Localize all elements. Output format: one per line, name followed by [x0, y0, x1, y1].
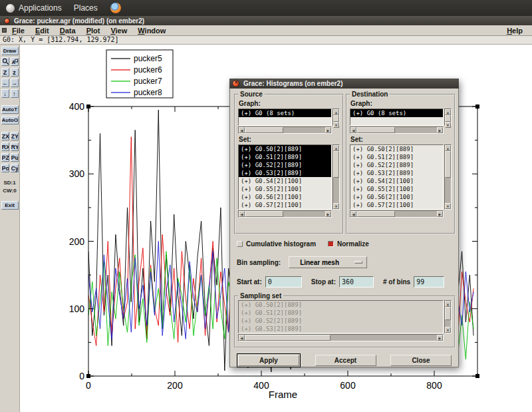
scroll-right-arrow-icon[interactable]: ▶ — [325, 211, 331, 217]
scroll-left-arrow-icon[interactable]: ◀ — [239, 211, 245, 217]
selection-handle[interactable] — [86, 374, 90, 378]
scroll-left-arrow-icon[interactable]: ◀ — [239, 335, 245, 341]
scroll-up-arrow-icon[interactable]: ▲ — [445, 301, 451, 307]
scroll-right-arrow-icon[interactable]: ▶ — [437, 211, 443, 217]
scroll-down-button[interactable]: ↓ — [1, 89, 9, 98]
destination-graph-list[interactable]: (+) G0 (8 sets)▲▼◀▶ — [350, 108, 452, 134]
restrict-y-button[interactable]: RY — [11, 142, 19, 151]
vertical-scrollbar[interactable]: ▲▼ — [444, 108, 452, 126]
list-item[interactable]: (+) G0.S2[2][889] — [239, 161, 331, 169]
scroll-down-arrow-icon[interactable]: ▼ — [333, 203, 339, 209]
vertical-scrollbar[interactable]: ▲▼ — [332, 108, 340, 126]
destination-set-list[interactable]: (+) G0.S0[2][889](+) G0.S1[2][889](+) G0… — [350, 144, 452, 218]
restrict-x-button[interactable]: RX — [1, 142, 9, 151]
source-set-list[interactable]: (+) G0.S0[2][889](+) G0.S1[2][889](+) G0… — [238, 144, 340, 218]
list-item[interactable]: (+) G0.S5[2][100] — [350, 185, 443, 193]
menu-window[interactable]: Window — [132, 27, 171, 35]
list-item[interactable]: (+) G0.S3[2][889] — [350, 169, 443, 177]
scroll-right-arrow-icon[interactable]: ▶ — [325, 127, 331, 133]
draw-button[interactable]: Draw — [1, 47, 19, 55]
push-button[interactable]: Pu — [11, 153, 19, 162]
window-titlebar[interactable]: Grace: pucker.agr (modified) (on ember2) — [0, 16, 532, 25]
scroll-right-arrow-icon[interactable]: ▶ — [437, 335, 443, 341]
stop-at-input[interactable] — [339, 276, 374, 288]
horizontal-scrollbar[interactable]: ◀▶ — [238, 210, 332, 218]
firefox-icon[interactable] — [110, 3, 121, 13]
list-item[interactable]: (+) G0.S4[2][100] — [350, 177, 443, 185]
menu-edit[interactable]: Edit — [30, 27, 55, 35]
scroll-left-arrow-icon[interactable]: ◀ — [350, 211, 356, 217]
autoscale-onread-button[interactable]: AutoO — [1, 116, 19, 124]
scroll-down-arrow-icon[interactable]: ▼ — [445, 122, 451, 128]
destination-set-list-view[interactable]: (+) G0.S0[2][889](+) G0.S1[2][889](+) G0… — [350, 144, 444, 210]
vertical-scrollbar[interactable]: ▲▼ — [444, 144, 452, 210]
vertical-scrollbar[interactable]: ▲▼ — [444, 300, 452, 333]
scroll-down-arrow-icon[interactable]: ▼ — [445, 327, 451, 333]
source-set-list-view[interactable]: (+) G0.S0[2][889](+) G0.S1[2][889](+) G0… — [238, 144, 332, 210]
list-item[interactable]: (+) G0.S0[2][889] — [350, 145, 443, 153]
scroll-up-arrow-icon[interactable]: ▲ — [445, 109, 451, 115]
menu-view[interactable]: View — [105, 27, 132, 35]
horizontal-scrollbar[interactable]: ◀▶ — [238, 334, 444, 341]
pop-button[interactable]: Po — [1, 164, 9, 172]
list-item[interactable]: (+) G0.S6[2][100] — [350, 193, 443, 201]
zoom-in-button[interactable]: Z — [1, 68, 9, 77]
dialog-titlebar[interactable]: Grace: Histograms (on ember2) — [229, 79, 459, 89]
horizontal-scrollbar[interactable]: ◀▶ — [238, 126, 332, 134]
autoticks-button[interactable]: AutoT — [1, 105, 19, 114]
selection-handle[interactable] — [86, 104, 90, 108]
source-graph-list[interactable]: (+) G0 (8 sets)▲▼◀▶ — [238, 108, 340, 134]
dialog-close-icon[interactable] — [232, 80, 239, 87]
places-menu[interactable]: Places — [68, 0, 104, 16]
menu-help[interactable]: Help — [497, 27, 532, 35]
list-item[interactable]: (+) G0.S6[2][100] — [239, 193, 331, 201]
list-item[interactable]: (+) G0.S4[2][100] — [239, 177, 331, 185]
num-bins-input[interactable] — [414, 276, 444, 288]
scrollbar-thumb[interactable] — [245, 335, 331, 341]
scroll-down-arrow-icon[interactable]: ▼ — [445, 203, 451, 209]
push-zoom-button[interactable]: PZ — [1, 153, 9, 162]
bin-sampling-dropdown[interactable]: Linear mesh — [289, 256, 367, 268]
accept-button[interactable]: Accept — [315, 355, 376, 366]
list-item[interactable]: (+) G0 (8 sets) — [239, 109, 331, 117]
scroll-up-arrow-icon[interactable]: ▲ — [333, 109, 339, 115]
scroll-right-arrow-icon[interactable]: ▶ — [437, 127, 443, 133]
destination-graph-list-view[interactable]: (+) G0 (8 sets) — [350, 108, 444, 126]
list-item[interactable]: (+) G0.S5[2][100] — [239, 185, 331, 193]
list-item[interactable]: (+) G0.S0[2][889] — [239, 145, 331, 153]
selection-handle[interactable] — [475, 104, 479, 108]
selection-handle[interactable] — [475, 374, 479, 378]
scrollbar-thumb[interactable] — [333, 115, 339, 122]
scroll-up-arrow-icon[interactable]: ▲ — [445, 145, 451, 151]
scrollbar-thumb[interactable] — [445, 115, 451, 122]
applications-menu[interactable]: Applications — [0, 0, 68, 16]
scroll-left-button[interactable]: ← — [1, 79, 9, 87]
list-item[interactable]: (+) G0 (8 sets) — [350, 109, 443, 117]
scrollbar-thumb[interactable] — [356, 211, 395, 217]
scroll-up-arrow-icon[interactable]: ▲ — [333, 145, 339, 151]
cycle-button[interactable]: Cy — [11, 164, 19, 172]
menu-data[interactable]: Data — [55, 27, 81, 35]
cumulative-checkbox[interactable]: Cumulative histogram — [237, 240, 316, 248]
scroll-up-button[interactable]: ↑ — [11, 89, 19, 98]
list-item[interactable]: (+) G0.S3[2][889] — [239, 169, 331, 177]
scrollbar-thumb[interactable] — [245, 127, 283, 133]
zoom-y-button[interactable]: ZY — [11, 132, 19, 140]
scrollbar-thumb[interactable] — [445, 307, 451, 320]
zoom-out-button[interactable]: z — [11, 68, 19, 77]
scroll-right-button[interactable]: → — [11, 79, 19, 87]
menu-plot[interactable]: Plot — [81, 27, 106, 35]
scrollbar-thumb[interactable] — [445, 151, 451, 178]
list-item[interactable]: (+) G0.S1[2][889] — [350, 153, 443, 161]
horizontal-scrollbar[interactable]: ◀▶ — [350, 126, 444, 134]
list-item[interactable]: (+) G0.S2[2][889] — [350, 161, 443, 169]
window-menu-icon[interactable] — [2, 28, 7, 33]
vertical-scrollbar[interactable]: ▲▼ — [332, 144, 340, 210]
menu-file[interactable]: File — [7, 27, 30, 35]
horizontal-scrollbar[interactable]: ◀▶ — [350, 210, 444, 218]
apply-button[interactable]: Apply — [238, 355, 299, 366]
scroll-down-arrow-icon[interactable]: ▼ — [333, 122, 339, 128]
scrollbar-thumb[interactable] — [245, 211, 283, 217]
zoom-tool-button[interactable] — [1, 57, 9, 66]
scroll-left-arrow-icon[interactable]: ◀ — [350, 127, 356, 133]
